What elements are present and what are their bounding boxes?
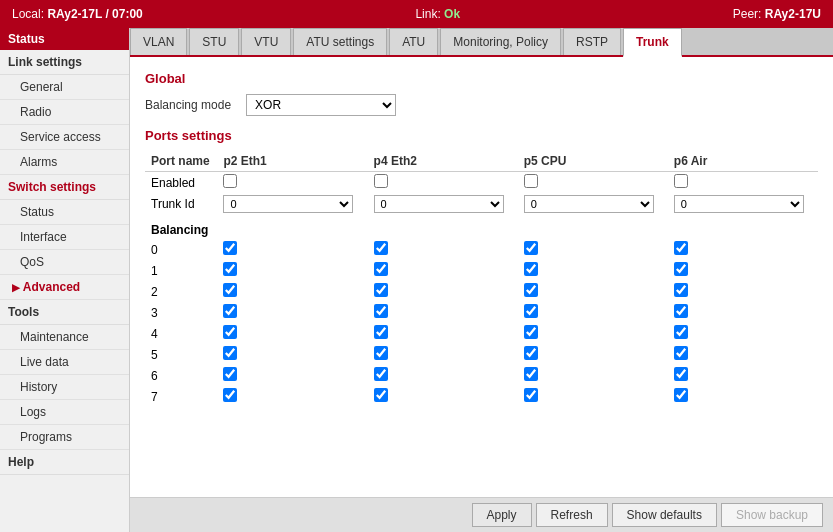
apply-button[interactable]: Apply [472, 503, 532, 527]
p6-bal-3[interactable] [674, 304, 688, 318]
p6-bal-6[interactable] [674, 367, 688, 381]
p5-bal-5[interactable] [524, 346, 538, 360]
balancing-6-label: 6 [145, 365, 217, 386]
p2-enabled-checkbox[interactable] [223, 174, 237, 188]
p5-bal-0[interactable] [524, 241, 538, 255]
p2-bal-5[interactable] [223, 346, 237, 360]
balancing-row-3: 3 [145, 302, 818, 323]
balancing-mode-select[interactable]: XOR Round Robin Active-Backup [246, 94, 396, 116]
link-info: Link: Ok [415, 7, 460, 21]
p5-bal-6[interactable] [524, 367, 538, 381]
tab-rstp[interactable]: RSTP [563, 28, 621, 55]
link-value: Ok [444, 7, 460, 21]
p6-trunk-id-cell: 0 [668, 193, 818, 215]
tab-atu-settings[interactable]: ATU settings [293, 28, 387, 55]
balancing-4-label: 4 [145, 323, 217, 344]
balancing-row-2: 2 [145, 281, 818, 302]
sidebar-status-title[interactable]: Status [0, 28, 129, 50]
port-header-row: Port name p2 Eth1 p4 Eth2 p5 CPU p6 Air [145, 151, 818, 172]
p6-enabled-cell [668, 172, 818, 194]
balancing-row-5: 5 [145, 344, 818, 365]
p4-bal-2[interactable] [374, 283, 388, 297]
p2-trunk-id-select[interactable]: 0 [223, 195, 353, 213]
p6-bal-2[interactable] [674, 283, 688, 297]
p5-bal-4[interactable] [524, 325, 538, 339]
p4-bal-3[interactable] [374, 304, 388, 318]
content-area: VLAN STU VTU ATU settings ATU Monitoring… [130, 28, 833, 532]
p2-bal-4[interactable] [223, 325, 237, 339]
p4-trunk-id-select[interactable]: 0 [374, 195, 504, 213]
sidebar-item-radio[interactable]: Radio [0, 100, 129, 125]
p4-enabled-checkbox[interactable] [374, 174, 388, 188]
sidebar-item-live-data[interactable]: Live data [0, 350, 129, 375]
tab-monitoring-policy[interactable]: Monitoring, Policy [440, 28, 561, 55]
balancing-5-label: 5 [145, 344, 217, 365]
p5-trunk-id-select[interactable]: 0 [524, 195, 654, 213]
p5-bal-1[interactable] [524, 262, 538, 276]
p4-eth2-header: p4 Eth2 [368, 151, 518, 172]
bottom-bar: Apply Refresh Show defaults Show backup [130, 497, 833, 532]
sidebar-switch-settings-title[interactable]: Switch settings [0, 175, 129, 200]
p4-bal-7[interactable] [374, 388, 388, 402]
sidebar-item-maintenance[interactable]: Maintenance [0, 325, 129, 350]
p6-enabled-checkbox[interactable] [674, 174, 688, 188]
sidebar-item-logs[interactable]: Logs [0, 400, 129, 425]
p2-bal-3[interactable] [223, 304, 237, 318]
p2-enabled-cell [217, 172, 367, 194]
sidebar-item-alarms[interactable]: Alarms [0, 150, 129, 175]
balancing-row-6: 6 [145, 365, 818, 386]
tab-vtu[interactable]: VTU [241, 28, 291, 55]
balancing-mode-label: Balancing mode [145, 98, 231, 112]
p5-bal-2[interactable] [524, 283, 538, 297]
tab-trunk[interactable]: Trunk [623, 28, 682, 57]
p5-bal-3[interactable] [524, 304, 538, 318]
p4-bal-6[interactable] [374, 367, 388, 381]
p5-bal-7[interactable] [524, 388, 538, 402]
sidebar-item-history[interactable]: History [0, 375, 129, 400]
p2-bal-1[interactable] [223, 262, 237, 276]
sidebar-item-programs[interactable]: Programs [0, 425, 129, 450]
sidebar-item-general[interactable]: General [0, 75, 129, 100]
sidebar-item-service-access[interactable]: Service access [0, 125, 129, 150]
sidebar-link-settings-title[interactable]: Link settings [0, 50, 129, 75]
enabled-label: Enabled [145, 172, 217, 194]
local-info: Local: RAy2-17L / 07:00 [12, 7, 143, 21]
sidebar-help-title[interactable]: Help [0, 450, 129, 475]
tab-atu[interactable]: ATU [389, 28, 438, 55]
p2-bal-6[interactable] [223, 367, 237, 381]
p2-bal-7[interactable] [223, 388, 237, 402]
sidebar-tools-title[interactable]: Tools [0, 300, 129, 325]
show-defaults-button[interactable]: Show defaults [612, 503, 717, 527]
peer-value: RAy2-17U [765, 7, 821, 21]
p2-bal-0[interactable] [223, 241, 237, 255]
p4-bal-0[interactable] [374, 241, 388, 255]
p6-bal-0[interactable] [674, 241, 688, 255]
sidebar-item-advanced[interactable]: Advanced [0, 275, 129, 300]
p6-bal-1[interactable] [674, 262, 688, 276]
p4-enabled-cell [368, 172, 518, 194]
p5-enabled-cell [518, 172, 668, 194]
p5-enabled-checkbox[interactable] [524, 174, 538, 188]
p6-bal-4[interactable] [674, 325, 688, 339]
tab-vlan[interactable]: VLAN [130, 28, 187, 55]
sidebar-item-status[interactable]: Status [0, 200, 129, 225]
balancing-1-label: 1 [145, 260, 217, 281]
tab-stu[interactable]: STU [189, 28, 239, 55]
sidebar-item-interface[interactable]: Interface [0, 225, 129, 250]
p4-bal-1[interactable] [374, 262, 388, 276]
p4-bal-4[interactable] [374, 325, 388, 339]
p4-bal-5[interactable] [374, 346, 388, 360]
p6-bal-7[interactable] [674, 388, 688, 402]
balancing-row-7: 7 [145, 386, 818, 407]
enabled-row: Enabled [145, 172, 818, 194]
ports-header: Ports settings [145, 128, 818, 143]
balancing-7-label: 7 [145, 386, 217, 407]
p6-trunk-id-select[interactable]: 0 [674, 195, 804, 213]
p2-bal-2[interactable] [223, 283, 237, 297]
ports-table: Port name p2 Eth1 p4 Eth2 p5 CPU p6 Air … [145, 151, 818, 407]
refresh-button[interactable]: Refresh [536, 503, 608, 527]
balancing-3-label: 3 [145, 302, 217, 323]
p6-bal-5[interactable] [674, 346, 688, 360]
show-backup-button[interactable]: Show backup [721, 503, 823, 527]
sidebar-item-qos[interactable]: QoS [0, 250, 129, 275]
